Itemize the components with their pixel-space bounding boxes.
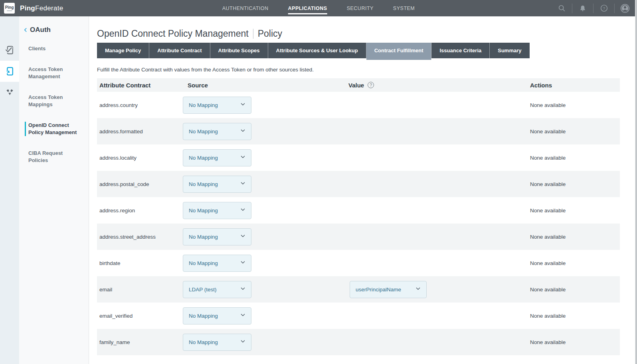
source-cell: No Mapping [183,255,348,272]
header-divider [614,4,615,13]
authentication-icon[interactable] [0,40,19,61]
attribute-name: address.street_address [97,234,183,240]
applications-icon[interactable] [0,61,19,82]
header-divider [572,4,572,13]
svg-text:?: ? [603,6,605,10]
source-cell: No Mapping [183,228,348,245]
chevron-down-icon [236,312,246,320]
brand-title: PingFederate [20,4,63,12]
page-title: OpenID Connect Policy Management Policy [97,28,620,39]
source-select-value: No Mapping [189,339,218,345]
tab-manage-policy[interactable]: Manage Policy [97,43,149,58]
chevron-down-icon [236,286,246,293]
sidebar-item-ciba-request-policies[interactable]: CIBA Request Policies [19,150,89,164]
table-row-email: emailLDAP (test)userPrincipalNameNone av… [97,276,620,303]
source-select[interactable]: No Mapping [183,123,251,140]
source-select[interactable]: LDAP (test) [183,281,251,298]
brand-light: Federate [35,4,63,12]
table-header-row: Attribute Contract Source Value ? Action… [97,78,620,92]
actions-status: None available [530,234,620,240]
source-cell: No Mapping [183,202,348,219]
table-row-address.street_address: address.street_addressNo MappingNone ava… [97,224,620,250]
source-cell: No Mapping [183,307,348,324]
tab-attribute-contract[interactable]: Attribute Contract [149,43,210,58]
source-cell: No Mapping [183,123,348,140]
source-select-value: No Mapping [189,260,218,266]
search-icon[interactable] [557,4,566,13]
ping-logo[interactable]: Ping [4,3,15,14]
source-cell: LDAP (test) [183,281,348,298]
table-row-address.locality: address.localityNo MappingNone available [97,144,620,171]
notifications-bell-icon[interactable] [578,4,588,13]
page-title-primary: OpenID Connect Policy Management [97,28,249,39]
sidebar-item-clients[interactable]: Clients [19,45,89,52]
tab-attribute-sources-user-lookup[interactable]: Attribute Sources & User Lookup [268,43,366,58]
chevron-down-icon [236,233,246,241]
source-select-value: LDAP (test) [189,287,217,293]
table-row-family_name: family_nameNo MappingNone available [97,329,620,355]
table-row-address.region: address.regionNo MappingNone available [97,197,620,224]
chevron-down-icon [236,101,246,109]
tab-attribute-scopes[interactable]: Attribute Scopes [210,43,268,58]
app-header: Ping PingFederate AUTHENTICATIONAPPLICAT… [0,0,637,16]
source-cell: No Mapping [183,176,348,193]
account-avatar-icon[interactable] [620,4,630,13]
source-select[interactable]: No Mapping [183,307,251,324]
chevron-left-icon [23,27,28,33]
nav-item-system[interactable]: SYSTEM [393,3,415,14]
actions-status: None available [530,260,620,266]
value-select[interactable]: userPrincipalName [350,281,427,298]
nav-item-security[interactable]: SECURITY [347,3,374,14]
nav-item-applications[interactable]: APPLICATIONS [288,3,327,14]
source-select[interactable]: No Mapping [183,202,251,219]
table-row-address.postal_code: address.postal_codeNo MappingNone availa… [97,171,620,197]
source-cell: No Mapping [183,149,348,166]
sidebar: OAuth ClientsAccess Token ManagementAcce… [19,16,89,364]
security-icon[interactable] [0,82,19,103]
column-header-source: Source [183,82,348,89]
top-nav: AUTHENTICATIONAPPLICATIONSSECURITYSYSTEM [222,3,415,14]
source-cell: No Mapping [183,334,348,351]
source-select-value: No Mapping [189,234,218,240]
help-icon[interactable]: ? [599,4,609,13]
attribute-name: address.locality [97,155,183,161]
chevron-down-icon [236,207,246,214]
sidebar-item-access-token-mappings[interactable]: Access Token Mappings [19,94,89,108]
main-content: OpenID Connect Policy Management Policy … [89,16,637,364]
source-select[interactable]: No Mapping [183,149,251,166]
vertical-scrollbar[interactable] [635,0,637,364]
value-cell: userPrincipalName [348,281,530,298]
table-row-email_verified: email_verifiedNo MappingNone available [97,303,620,329]
table-row-birthdate: birthdateNo MappingNone available [97,250,620,276]
attribute-name: address.postal_code [97,181,183,187]
tab-issuance-criteria[interactable]: Issuance Criteria [431,43,490,58]
source-select[interactable]: No Mapping [183,176,251,193]
source-select[interactable]: No Mapping [183,97,251,114]
app-body: OAuth ClientsAccess Token ManagementAcce… [0,16,637,364]
source-select[interactable]: No Mapping [183,334,251,351]
sidebar-item-openid-connect-policy-management[interactable]: OpenID Connect Policy Management [25,122,89,136]
header-actions: ? [557,4,630,13]
actions-status: None available [530,287,620,293]
attribute-name: email [97,287,183,293]
header-divider [593,4,593,13]
sidebar-back-oauth[interactable]: OAuth [19,26,89,34]
chevron-down-icon [236,128,246,135]
source-select[interactable]: No Mapping [183,255,251,272]
chevron-down-icon [236,154,246,162]
value-help-icon[interactable]: ? [368,82,374,88]
table-body: address.countryNo MappingNone availablea… [97,92,620,355]
nav-item-authentication[interactable]: AUTHENTICATION [222,3,269,14]
fulfillment-table: Attribute Contract Source Value ? Action… [97,78,620,355]
source-select[interactable]: No Mapping [183,228,251,245]
attribute-name: address.region [97,208,183,214]
source-select-value: No Mapping [189,208,218,214]
title-divider [253,29,253,39]
attribute-name: address.country [97,102,183,108]
tab-contract-fulfillment[interactable]: Contract Fulfillment [366,43,432,60]
page-description: Fulfill the Attribute Contract with valu… [97,67,620,73]
sidebar-item-access-token-management[interactable]: Access Token Management [19,66,89,80]
table-row-address.formatted: address.formattedNo MappingNone availabl… [97,118,620,144]
actions-status: None available [530,208,620,214]
tab-summary[interactable]: Summary [490,43,529,58]
